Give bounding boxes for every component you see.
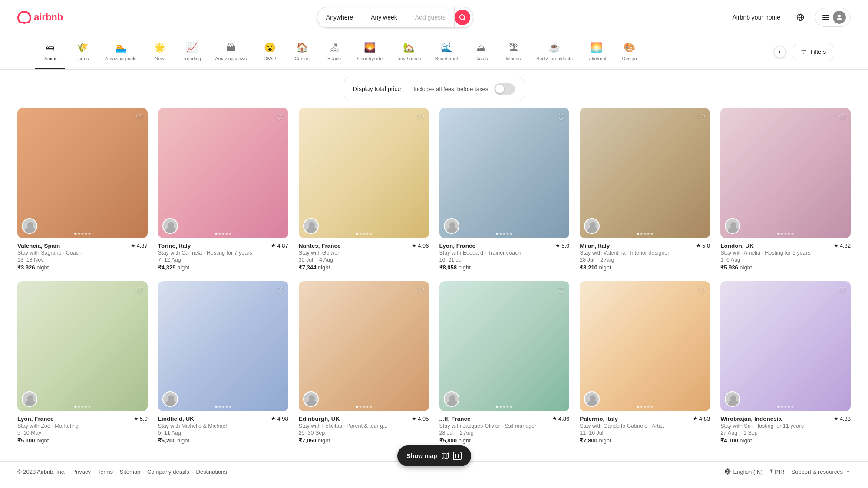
wishlist-button[interactable]: ♡ — [276, 112, 284, 123]
anywhere-button[interactable]: Anywhere — [317, 7, 362, 27]
any-week-button[interactable]: Any week — [362, 7, 406, 27]
listing-image-wrap: ♡ — [299, 108, 429, 238]
new-icon: 🌟 — [154, 42, 165, 53]
categories-nav: 🛏 Rooms 🌾 Farms 🏊 Amazing pools 🌟 New 📈 … — [17, 35, 851, 69]
wishlist-button[interactable]: ♡ — [276, 285, 284, 296]
dot — [74, 406, 76, 408]
wishlist-button[interactable]: ♡ — [135, 285, 143, 296]
category-item-amazing-pools[interactable]: 🏊 Amazing pools — [99, 35, 142, 69]
wishlist-button[interactable]: ♡ — [698, 285, 706, 296]
host-link[interactable]: Airbnb your home — [727, 10, 785, 25]
footer-currency-label: ₹ INR — [769, 468, 784, 475]
footer-company-link[interactable]: Company details — [147, 468, 189, 475]
listings-grid: ♡ Valencia, Spain ★ 4.87 — [0, 108, 868, 461]
chevron-up-icon — [845, 469, 851, 474]
dot — [651, 406, 653, 408]
footer-terms-link[interactable]: Terms — [98, 468, 113, 475]
category-item-new[interactable]: 🌟 New — [144, 35, 175, 69]
listing-card[interactable]: ♡ Wirobrajan, Indonesia ★ 4.83 — [720, 281, 851, 444]
host-avatar — [584, 391, 600, 407]
categories-next-button[interactable] — [774, 46, 786, 58]
category-item-design[interactable]: 🎨 Design — [614, 35, 645, 69]
listing-card[interactable]: ♡ Edinburgh, UK ★ 4.95 — [299, 281, 429, 444]
listing-card[interactable]: ♡ Nantes, France ★ 4.96 — [299, 108, 429, 271]
dot — [85, 406, 87, 408]
listing-card[interactable]: ♡ Palermo, Italy ★ 4.83 — [580, 281, 710, 444]
dot — [781, 233, 783, 235]
footer-language-item[interactable]: English (IN) — [725, 468, 763, 475]
category-label-trending: Trending — [182, 56, 201, 61]
language-button[interactable] — [792, 10, 808, 25]
logo[interactable]: airbnb — [17, 10, 63, 24]
listing-host: Stay with Zoé · Marketing — [17, 423, 148, 429]
category-item-countryside[interactable]: 🌄 Countryside — [351, 35, 389, 69]
footer-privacy-link[interactable]: Privacy — [72, 468, 91, 475]
host-avatar-icon — [445, 392, 459, 407]
category-item-trending[interactable]: 📈 Trending — [176, 35, 207, 69]
user-menu[interactable] — [815, 8, 851, 27]
listing-card[interactable]: ♡ Lyon, France ★ 5.0 — [17, 281, 148, 444]
dot — [366, 406, 368, 408]
listing-card[interactable]: ♡ London, UK ★ 4.82 — [720, 108, 851, 271]
footer-support-item[interactable]: Support & resources — [791, 468, 851, 475]
category-item-bed-breakfasts[interactable]: ☕ Bed & breakfasts — [530, 35, 579, 69]
lakefront-icon: 🌅 — [591, 42, 602, 53]
listing-card[interactable]: ♡ Torino, Italy ★ 4.87 — [158, 108, 288, 271]
wishlist-button[interactable]: ♡ — [838, 285, 846, 296]
listing-title-row: Lyon, France ★ 5.0 — [439, 242, 570, 249]
listing-card[interactable]: ♡ Milan, Italy ★ 5.0 — [580, 108, 710, 271]
heart-icon: ♡ — [417, 113, 425, 122]
category-item-caves[interactable]: ⛰ Caves — [466, 35, 496, 69]
wishlist-button[interactable]: ♡ — [838, 112, 846, 123]
star-icon: ★ — [693, 416, 698, 422]
footer-currency-item[interactable]: ₹ INR — [769, 468, 784, 475]
category-item-lakefront[interactable]: 🌅 Lakefront — [581, 35, 613, 69]
trending-icon: 📈 — [186, 42, 198, 53]
price-toggle-switch[interactable] — [494, 83, 515, 95]
category-item-tiny-homes[interactable]: 🏡 Tiny homes — [390, 35, 427, 69]
category-item-cabins[interactable]: 🏠 Cabins — [287, 35, 317, 69]
heart-icon: ♡ — [698, 286, 706, 295]
category-item-farms[interactable]: 🌾 Farms — [67, 35, 97, 69]
listing-image-wrap: ♡ — [439, 108, 570, 238]
rating-value: 4.98 — [277, 416, 288, 422]
beach-icon: 🏖 — [330, 42, 339, 53]
svg-marker-20 — [442, 453, 448, 459]
footer-destinations-link[interactable]: Destinations — [196, 468, 227, 475]
wishlist-button[interactable]: ♡ — [557, 112, 565, 123]
image-dots — [356, 233, 372, 235]
listing-card[interactable]: ♡ Valencia, Spain ★ 4.87 — [17, 108, 148, 271]
listing-rating: ★ 4.86 — [552, 416, 569, 422]
listing-image — [580, 108, 710, 238]
dot — [81, 406, 83, 408]
wishlist-button[interactable]: ♡ — [557, 285, 565, 296]
dot — [218, 406, 221, 408]
footer-language-label: English (IN) — [733, 468, 763, 475]
add-guests-button[interactable]: Add guests — [406, 7, 455, 27]
search-submit-button[interactable] — [455, 10, 470, 25]
listing-card[interactable]: ♡ ...ff, France ★ 4.86 — [439, 281, 570, 444]
filters-button[interactable]: Filters — [793, 44, 833, 60]
wishlist-button[interactable]: ♡ — [135, 112, 143, 123]
listing-card[interactable]: ♡ Lindfield, UK ★ 4.98 — [158, 281, 288, 444]
category-item-omg[interactable]: 😮 OMG! — [255, 35, 285, 69]
price-toggle-sub: Includes all fees, before taxes — [413, 86, 488, 92]
listing-rating: ★ 4.98 — [271, 416, 288, 422]
category-item-beach[interactable]: 🏖 Beach — [319, 35, 350, 69]
category-item-amazing-views[interactable]: 🏔 Amazing views — [209, 35, 253, 69]
wishlist-button[interactable]: ♡ — [698, 112, 706, 123]
category-item-rooms[interactable]: 🛏 Rooms — [35, 35, 65, 69]
listing-card[interactable]: ♡ Lyon, France ★ 5.0 — [439, 108, 570, 271]
avatar — [833, 11, 846, 24]
category-item-beachfront[interactable]: 🌊 Beachfront — [429, 35, 464, 69]
wishlist-button[interactable]: ♡ — [417, 112, 425, 123]
show-map-button[interactable]: Show map — [397, 445, 471, 466]
dot — [785, 406, 787, 408]
category-label-bed-breakfasts: Bed & breakfasts — [536, 56, 573, 61]
listing-image — [720, 108, 851, 238]
wishlist-button[interactable]: ♡ — [417, 285, 425, 296]
footer-sitemap-link[interactable]: Sitemap — [120, 468, 141, 475]
rating-value: 5.0 — [140, 416, 148, 422]
category-item-islands[interactable]: 🏝 Islands — [498, 35, 528, 69]
footer-support-label: Support & resources — [791, 468, 843, 475]
